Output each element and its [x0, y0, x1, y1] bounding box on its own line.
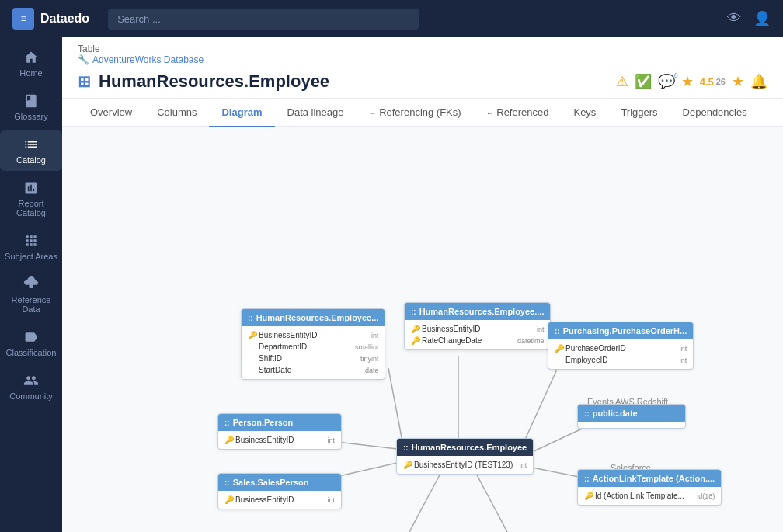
- content-area: Table 🔧 AdventureWorks Database ⊞ HumanR…: [62, 37, 783, 532]
- table-row: StartDatedate: [242, 364, 385, 376]
- comment-count: 6: [674, 71, 678, 79]
- card-employee-dept-history[interactable]: :: HumanResources.Employee... 🔑BusinessE…: [241, 308, 385, 380]
- card-header: :: Purchasing.PurchaseOrderH...: [548, 322, 693, 339]
- card-person-person[interactable]: :: Person.Person 🔑BusinessEntityIDint: [218, 413, 342, 450]
- sidebar-item-home-label: Home: [19, 68, 42, 78]
- card-body: 🔑BusinessEntityIDint 🔑RateChangeDatedate…: [405, 320, 550, 349]
- eye-icon[interactable]: 👁: [727, 10, 741, 27]
- sidebar-item-community-label: Community: [9, 391, 53, 401]
- bell-icon[interactable]: 🔔: [750, 73, 767, 90]
- key-icon: 🔑: [411, 336, 419, 345]
- sidebar-item-report-catalog[interactable]: Report Catalog: [0, 174, 62, 224]
- table-icon: ⊞: [78, 72, 91, 91]
- search-bar[interactable]: Search ...: [108, 9, 419, 30]
- table-row: 🔑BusinessEntityIDint: [218, 434, 341, 446]
- card-body: 🔑PurchaseOrderIDint EmployeeIDint: [548, 339, 693, 369]
- card-body: 🔑BusinessEntityIDint DepartmentIDsmallin…: [242, 326, 385, 379]
- sidebar-item-reference-data[interactable]: Reference Data: [0, 270, 62, 320]
- grid-icon: ::: [224, 478, 230, 487]
- table-row: 🔑BusinessEntityIDint: [218, 494, 341, 506]
- card-action-link-template[interactable]: :: ActionLinkTemplate (Action.... 🔑Id (A…: [577, 469, 722, 506]
- table-row: 🔑Id (Action Link Template...id(18): [578, 490, 721, 502]
- tab-referencing-fks[interactable]: → Referencing (FKs): [357, 99, 474, 127]
- sidebar-item-glossary[interactable]: Glossary: [0, 87, 62, 127]
- header-actions: ⚠ ✅ 💬 6 ★ 4.5 26 ★ 🔔: [616, 73, 767, 90]
- check-icon[interactable]: ✅: [635, 73, 652, 90]
- card-purchase-order[interactable]: :: Purchasing.PurchaseOrderH... 🔑Purchas…: [548, 322, 694, 370]
- card-public-date[interactable]: :: public.date: [577, 404, 686, 429]
- topbar: ≡ Dataedo Search ... 👁 👤: [0, 0, 783, 37]
- sidebar-item-catalog-label: Catalog: [16, 155, 46, 165]
- user-icon[interactable]: 👤: [753, 10, 771, 27]
- card-central-employee[interactable]: :: HumanResources.Employee 🔑BusinessEnti…: [396, 438, 534, 475]
- grid-icon: ::: [584, 409, 590, 418]
- favorite-star-icon[interactable]: ★: [732, 73, 744, 90]
- card-header: :: HumanResources.Employee: [397, 439, 533, 456]
- card-employee-pay-history[interactable]: :: HumanResources.Employee.... 🔑Business…: [404, 302, 551, 350]
- app-logo[interactable]: ≡ Dataedo: [12, 8, 89, 30]
- tab-data-lineage[interactable]: Data lineage: [275, 99, 357, 127]
- key-icon: 🔑: [224, 436, 232, 444]
- tab-overview[interactable]: Overview: [78, 99, 144, 127]
- grid-icon: ::: [403, 443, 409, 452]
- tab-triggers[interactable]: Triggers: [608, 99, 670, 127]
- table-row: 🔑BusinessEntityIDint: [242, 329, 385, 341]
- card-body: 🔑BusinessEntityIDint: [218, 491, 341, 509]
- breadcrumb-link-text: AdventureWorks Database: [92, 54, 204, 65]
- sidebar: Home Glossary Catalog Report Catalog Sub…: [0, 37, 62, 532]
- logo-icon: ≡: [12, 8, 34, 30]
- sidebar-item-catalog[interactable]: Catalog: [0, 130, 62, 171]
- card-header: :: ActionLinkTemplate (Action....: [578, 470, 721, 487]
- tab-diagram[interactable]: Diagram: [209, 99, 274, 127]
- diagram-area: Events AWS Redshift Salesforce :: HumanR…: [62, 127, 783, 532]
- sidebar-item-reference-data-label: Reference Data: [3, 295, 59, 314]
- key-icon: 🔑: [555, 344, 562, 353]
- comment-icon: 💬: [658, 74, 675, 89]
- card-body: [578, 422, 685, 428]
- table-row: DepartmentIDsmallint: [242, 341, 385, 353]
- main-layout: Home Glossary Catalog Report Catalog Sub…: [0, 37, 783, 532]
- sidebar-item-subject-areas-label: Subject Areas: [5, 252, 57, 261]
- card-header: :: Person.Person: [218, 414, 341, 431]
- sidebar-item-home[interactable]: Home: [0, 43, 62, 84]
- breadcrumb-type: Table: [78, 43, 100, 54]
- key-icon: 🔑: [411, 325, 419, 333]
- key-icon: 🔑: [248, 331, 256, 339]
- page-header: ⊞ HumanResources.Employee ⚠ ✅ 💬 6 ★ 4.5 …: [62, 68, 783, 99]
- card-sales-person[interactable]: :: Sales.SalesPerson 🔑BusinessEntityIDin…: [218, 473, 342, 509]
- table-row: 🔑RateChangeDatedatetime: [405, 335, 550, 346]
- grid-icon: ::: [411, 308, 416, 316]
- breadcrumb-link[interactable]: 🔧 AdventureWorks Database: [78, 54, 767, 65]
- svg-line-8: [474, 469, 520, 532]
- card-header: :: HumanResources.Employee....: [405, 303, 550, 320]
- rating-value: 4.5 26: [700, 76, 726, 88]
- table-row: EmployeeIDint: [548, 354, 693, 366]
- tab-keys[interactable]: Keys: [561, 99, 608, 127]
- grid-icon: ::: [584, 475, 590, 483]
- card-body: 🔑Id (Action Link Template...id(18): [578, 487, 721, 505]
- card-body: 🔑BusinessEntityIDint: [218, 431, 341, 449]
- tab-columns[interactable]: Columns: [144, 99, 209, 127]
- warning-icon[interactable]: ⚠: [616, 73, 628, 90]
- table-row: 🔑BusinessEntityID (TEST123)int: [397, 459, 533, 471]
- page-title-container: ⊞ HumanResources.Employee: [78, 71, 607, 92]
- star-icon: ★: [681, 73, 694, 90]
- page-title: HumanResources.Employee: [99, 71, 329, 92]
- rating-count: 26: [716, 77, 726, 86]
- grid-icon: ::: [224, 419, 230, 427]
- sidebar-item-classification[interactable]: Classification: [0, 323, 62, 363]
- tab-referenced[interactable]: ← Referenced: [474, 99, 562, 127]
- sidebar-item-subject-areas[interactable]: Subject Areas: [0, 227, 62, 267]
- svg-line-3: [520, 364, 559, 450]
- grid-icon: ::: [248, 314, 253, 322]
- comment-badge[interactable]: 💬 6: [658, 73, 675, 90]
- key-icon: 🔑: [584, 492, 592, 500]
- search-placeholder: Search ...: [117, 13, 161, 25]
- sidebar-item-community[interactable]: Community: [0, 367, 62, 407]
- card-header: :: HumanResources.Employee...: [242, 309, 385, 326]
- tab-dependencies[interactable]: Dependencies: [670, 99, 760, 127]
- sidebar-item-classification-label: Classification: [6, 348, 57, 357]
- table-row: ShiftIDtinyint: [242, 353, 385, 364]
- table-row: 🔑PurchaseOrderIDint: [548, 342, 693, 354]
- app-name: Dataedo: [40, 12, 89, 26]
